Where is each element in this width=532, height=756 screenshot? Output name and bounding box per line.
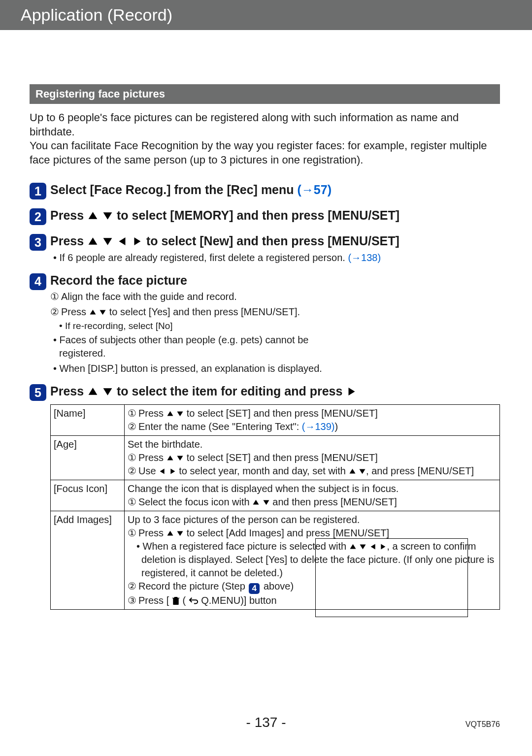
step1-title: Select [Face Recog.] from the [Rec] menu bbox=[50, 183, 298, 197]
face-guide-image bbox=[315, 538, 468, 617]
down-icon bbox=[102, 211, 113, 221]
inline-step-4-icon: 4 bbox=[249, 583, 260, 594]
step-number-icon: 1 bbox=[30, 183, 46, 199]
step-number-icon: 4 bbox=[30, 273, 46, 290]
up-icon bbox=[166, 455, 174, 461]
step-1: 1 Select [Face Recog.] from the [Rec] me… bbox=[30, 182, 500, 199]
section-title: Registering face pictures bbox=[30, 84, 500, 104]
up-icon bbox=[252, 499, 260, 506]
cell-age-label: [Age] bbox=[51, 435, 125, 480]
down-icon bbox=[176, 410, 184, 417]
page-number: - 137 - bbox=[0, 715, 532, 730]
down-icon bbox=[102, 387, 113, 396]
step2-title-a: Press bbox=[50, 208, 87, 222]
trash-icon bbox=[172, 596, 180, 605]
step2-title-b: to select [MEMORY] and then press [MENU/… bbox=[117, 208, 399, 222]
breadcrumb-bar: Application (Record) bbox=[0, 0, 532, 30]
step4-title: Record the face picture bbox=[50, 272, 337, 289]
step1-link[interactable]: (→57) bbox=[298, 183, 332, 197]
step-3: 3 Press to select [New] and then press [… bbox=[30, 233, 500, 264]
left-icon bbox=[159, 468, 166, 475]
cell-name-label: [Name] bbox=[51, 404, 125, 435]
link-139[interactable]: (→139) bbox=[302, 421, 335, 432]
intro-paragraph: Up to 6 people's face pictures can be re… bbox=[30, 111, 500, 167]
breadcrumb-text: Application (Record) bbox=[21, 5, 172, 25]
step3-title-b: to select [New] and then press [MENU/SET… bbox=[146, 234, 399, 248]
step4-note: • If re-recording, select [No] bbox=[59, 321, 337, 331]
right-icon bbox=[169, 468, 176, 475]
step4-b2: • When [DISP.] button is pressed, an exp… bbox=[50, 362, 337, 375]
step3-link[interactable]: (→138) bbox=[348, 252, 381, 263]
cell-focus-label: [Focus Icon] bbox=[51, 480, 125, 511]
down-icon bbox=[263, 499, 270, 506]
step5-title-a: Press bbox=[50, 384, 87, 398]
up-icon bbox=[166, 410, 174, 417]
step-4: 4 Record the face picture ①Align the fac… bbox=[30, 272, 500, 376]
step-number-icon: 3 bbox=[30, 234, 46, 251]
step4-2a: Press bbox=[61, 306, 89, 317]
return-icon bbox=[189, 596, 199, 605]
up-icon bbox=[87, 236, 99, 246]
cell-addimg-label: [Add Images] bbox=[51, 511, 125, 609]
step4-1: Align the face with the guide and record… bbox=[61, 291, 237, 302]
table-row: [Focus Icon] Change the icon that is dis… bbox=[51, 480, 500, 511]
step3-title-a: Press bbox=[50, 234, 87, 248]
step4-b1: • Faces of subjects other than people (e… bbox=[50, 333, 337, 360]
step-2: 2 Press to select [MEMORY] and then pres… bbox=[30, 207, 500, 225]
up-icon bbox=[349, 468, 356, 475]
table-row: [Age] Set the birthdate. ①Press to selec… bbox=[51, 435, 500, 480]
step3-sub: • If 6 people are already registered, fi… bbox=[53, 252, 348, 263]
doc-code: VQT5B76 bbox=[466, 720, 500, 729]
step-number-icon: 2 bbox=[30, 208, 46, 225]
right-icon bbox=[346, 387, 357, 396]
up-icon bbox=[87, 211, 99, 221]
down-icon bbox=[176, 530, 184, 537]
right-icon bbox=[132, 236, 143, 246]
down-icon bbox=[99, 309, 106, 316]
up-icon bbox=[166, 530, 174, 537]
step-number-icon: 5 bbox=[30, 384, 46, 401]
down-icon bbox=[176, 455, 184, 461]
step5-title-b: to select the item for editing and press bbox=[117, 384, 346, 398]
table-row: [Name] ①Press to select [SET] and then p… bbox=[51, 404, 500, 435]
down-icon bbox=[102, 236, 113, 246]
left-icon bbox=[117, 236, 128, 246]
up-icon bbox=[89, 309, 97, 316]
down-icon bbox=[359, 468, 366, 475]
up-icon bbox=[87, 387, 99, 396]
step4-2b: to select [Yes] and then press [MENU/SET… bbox=[109, 306, 300, 317]
